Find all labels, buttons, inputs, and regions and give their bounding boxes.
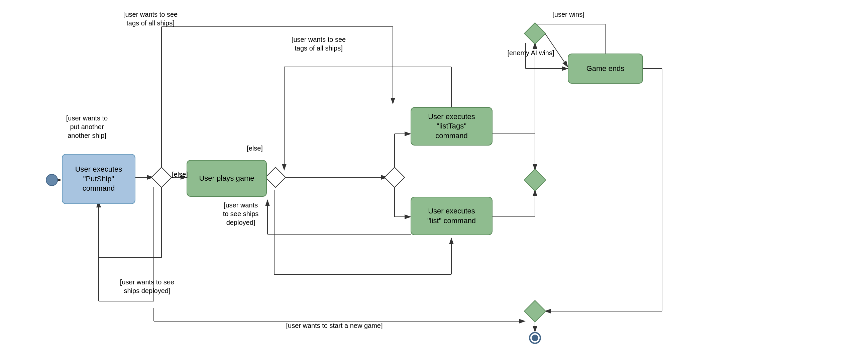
svg-marker-49 xyxy=(524,23,546,44)
game-ends-node: Game ends xyxy=(568,54,643,84)
listtags-label: User executes"listTags"command xyxy=(428,112,475,141)
label-tags1: [user wants to seetags of all ships] xyxy=(114,10,187,27)
svg-marker-48 xyxy=(524,169,546,191)
label-enemy-wins: [enemy AI wins] xyxy=(501,49,560,57)
putship-node: User executes"PutShip"command xyxy=(62,154,135,204)
label-user-wins: [user wins] xyxy=(542,10,595,19)
label-else2: [else] xyxy=(245,144,265,153)
label-new-game: [user wants to start a new game] xyxy=(268,321,401,330)
end-circle xyxy=(529,332,541,344)
svg-marker-45 xyxy=(152,167,172,187)
svg-marker-50 xyxy=(524,300,546,322)
user-plays-label: User plays game xyxy=(199,174,254,183)
svg-marker-47 xyxy=(384,167,405,187)
list-command-label: User executes"list" command xyxy=(427,206,476,226)
diagram-container: User executes"PutShip"command User plays… xyxy=(0,0,868,360)
putship-label: User executes"PutShip"command xyxy=(75,164,122,193)
label-ships1: [user wantsto see shipsdeployed] xyxy=(209,201,273,227)
listtags-node: User executes"listTags"command xyxy=(411,107,493,146)
label-else1: [else] xyxy=(170,170,190,179)
label-user-wants-putship: [user wants toput anotheranother ship] xyxy=(54,114,120,140)
start-circle xyxy=(46,174,58,186)
svg-marker-46 xyxy=(266,167,285,187)
list-command-node: User executes"list" command xyxy=(411,197,493,235)
label-ships2: [user wants to seeships deployed] xyxy=(110,278,184,295)
user-plays-node: User plays game xyxy=(187,160,267,197)
label-tags2: [user wants to seetags of all ships] xyxy=(280,35,357,53)
game-ends-label: Game ends xyxy=(586,64,625,73)
